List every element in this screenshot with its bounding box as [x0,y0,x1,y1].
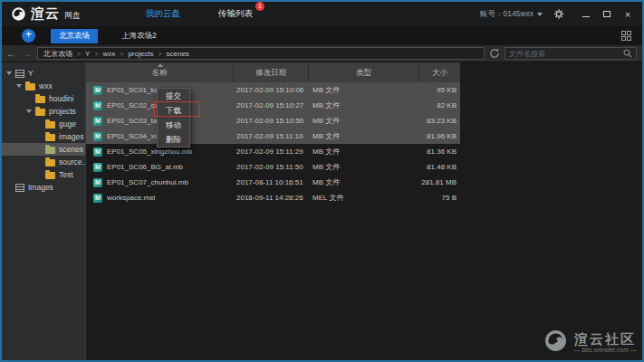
file-type: MB 文件 [309,162,419,172]
farm-tab-1[interactable]: 上海农场2 [113,29,165,43]
minimize-icon[interactable] [581,9,591,20]
account-menu[interactable]: 账号：0145wxx [480,9,543,20]
folder-icon [25,83,35,90]
titlebar-right: 账号：0145wxx × [480,9,633,20]
breadcrumb[interactable]: 北京农场>Y>wxx>projects>scenes [37,47,485,60]
sidebar-item-wxx[interactable]: wxx [2,80,85,92]
file-type: MB 文件 [309,147,419,157]
farm-tab-0[interactable]: 北京农场 [51,29,98,43]
drive-icon [15,184,24,192]
file-date: 2017-02-09 15:10:50 [234,117,309,125]
context-menu-item-提交[interactable]: 提交 [158,89,189,103]
sidebar-item-Images[interactable]: Images [2,181,85,194]
sidebar-item-Test[interactable]: Test [2,168,85,181]
table-row[interactable]: Mworkspace.mel2018-09-11 14:28:26MEL 文件7… [86,190,460,205]
settings-gear-icon[interactable] [553,9,564,20]
refresh-icon[interactable] [488,48,501,59]
back-arrow-icon[interactable]: ← [5,48,17,59]
file-date: 2017-02-09 15:11:10 [234,132,309,140]
app-window: 渲云 网盘 我的云盘传输列表1 账号：0145wxx [0,0,644,362]
table-row[interactable]: MEP01_SC02_quan2017-02-09 15:10:27MB 文件8… [86,98,460,113]
table-row[interactable]: MEP01_SC04_xia.m2017-02-09 15:11:10MB 文件… [86,129,460,144]
file-size: 281.81 MB [419,178,460,186]
file-type: MB 文件 [309,100,419,110]
sidebar-item-images[interactable]: images [2,130,85,143]
table-row[interactable]: MEP01_SC07_chunhui.mb2017-08-11 10:16:51… [86,175,460,190]
file-size: 81.48 KB [419,163,460,171]
maya-file-icon: M [93,178,102,187]
app-logo: 渲云 网盘 [11,5,81,23]
file-table: 名称 修改日期 类型 大小 MEP01_SC01_kaola2017-02-09… [86,62,460,205]
farm-tabbar: + 北京农场上海农场2 [2,26,642,45]
folder-icon [35,96,45,103]
breadcrumb-separator: > [120,51,123,57]
file-type: MB 文件 [309,116,419,126]
table-row[interactable]: MEP01_SC05_xingzhou.mb2017-02-09 15:11:2… [86,144,460,159]
file-type: MEL 文件 [309,193,419,203]
sidebar-item-houdini[interactable]: houdini [2,92,85,105]
xrender-swirl-icon-gray [543,329,568,357]
folder-icon [45,172,55,179]
maximize-icon[interactable] [601,9,612,20]
breadcrumb-segment[interactable]: wxx [103,50,116,58]
file-type: MB 文件 [309,177,419,187]
titlebar: 渲云 网盘 我的云盘传输列表1 账号：0145wxx [2,2,642,26]
file-name: workspace.mel [107,194,155,202]
search-icon[interactable] [623,45,632,62]
breadcrumb-segment[interactable]: projects [128,50,153,58]
sidebar-item-scenes[interactable]: scenes [2,143,85,156]
sidebar-item-projects[interactable]: projects [2,105,85,118]
view-grid-icon[interactable] [621,28,631,44]
main-body: Ywxxhoudiniprojectsgugeimagesscenessourc… [2,62,642,360]
table-row[interactable]: MEP01_SC03_tank2017-02-09 15:10:50MB 文件8… [86,113,460,129]
search-input[interactable] [509,50,620,58]
breadcrumb-separator: > [158,51,161,57]
sidebar-item-guge[interactable]: guge [2,118,85,130]
forward-arrow-icon[interactable]: → [21,48,34,59]
nav-tab-0[interactable]: 我的云盘 [142,6,184,22]
file-date: 2017-02-09 15:11:29 [234,148,309,156]
sidebar-item-source[interactable]: source... [2,156,85,168]
folder-icon [45,147,55,154]
folder-icon [45,121,55,129]
account-label: 账号：0145wxx [480,9,533,20]
community-url: — bbs.xrender.com — [573,347,637,353]
breadcrumb-segment[interactable]: 北京农场 [43,49,72,59]
close-icon[interactable]: × [622,9,633,20]
column-header-date[interactable]: 修改日期 [234,62,309,82]
sort-ascending-icon [158,63,163,67]
tree-label: guge [59,119,76,129]
folder-icon [45,134,55,141]
brand-name: 渲云 [31,5,60,23]
community-watermark: 渲云社区 — bbs.xrender.com — [543,329,637,357]
breadcrumb-segment[interactable]: scenes [167,50,189,58]
add-tab-button[interactable]: + [22,29,35,43]
farm-tabs: 北京农场上海农场2 [35,29,165,43]
context-menu: 提交下载移动删除 [157,88,190,148]
nav-tab-1[interactable]: 传输列表1 [215,6,256,22]
file-date: 2017-02-09 15:10:06 [234,86,309,94]
context-menu-item-移动[interactable]: 移动 [158,118,189,132]
file-size: 82 KB [419,101,460,110]
titlebar-tabs: 我的云盘传输列表1 [142,6,256,22]
file-type: MB 文件 [309,85,419,95]
table-row[interactable]: MEP01_SC06_BG_al.mb2017-02-09 15:11:50MB… [86,159,460,175]
breadcrumb-segment[interactable]: Y [85,50,90,58]
breadcrumb-separator: > [77,51,81,57]
chevron-down-icon[interactable] [16,84,22,88]
column-header-type[interactable]: 类型 [309,62,419,82]
sidebar-item-Y[interactable]: Y [2,67,85,80]
chevron-down-icon [537,13,543,16]
table-row[interactable]: MEP01_SC01_kaola2017-02-09 15:10:06MB 文件… [86,82,460,98]
file-name: EP01_SC05_xingzhou.mb [107,148,192,156]
product-name: 网盘 [64,10,81,22]
chevron-down-icon[interactable] [26,110,32,113]
maya-file-icon: M [93,163,102,172]
context-menu-item-删除[interactable]: 删除 [158,132,189,147]
file-name: EP01_SC07_chunhui.mb [107,178,188,186]
maya-file-icon: M [93,117,102,126]
context-menu-item-下载[interactable]: 下载 [158,103,189,118]
column-header-size[interactable]: 大小 [419,62,460,82]
chevron-down-icon[interactable] [6,71,12,75]
breadcrumb-separator: > [94,51,98,57]
